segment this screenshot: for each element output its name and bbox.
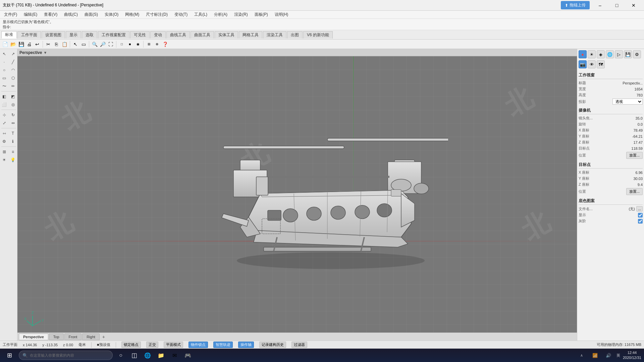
search-bar[interactable]: 🔍 xyxy=(19,351,113,360)
tab-render-tools[interactable]: 渲染工具 xyxy=(263,31,286,39)
arc-icon[interactable]: ◠ xyxy=(9,66,17,74)
menu-render[interactable]: 渲染(R) xyxy=(231,11,251,18)
move-icon[interactable]: ⊹ xyxy=(0,111,8,119)
panel-icon-material[interactable]: ◈ xyxy=(597,50,605,58)
panel-icon-render[interactable]: ▷ xyxy=(615,50,623,58)
toolbar-open[interactable]: 📂 xyxy=(9,41,17,48)
toolbar-save[interactable]: 💾 xyxy=(17,41,25,48)
tab-select[interactable]: 选取 xyxy=(82,31,97,39)
toolbar-window[interactable]: ▭ xyxy=(80,41,87,48)
toolbar-copy[interactable]: ⎘ xyxy=(53,41,60,48)
edge-icon[interactable]: 🌐 xyxy=(142,350,153,361)
mirror-icon[interactable]: ⇔ xyxy=(9,119,17,127)
point-icon[interactable]: · xyxy=(0,58,8,66)
panel-icon-view[interactable]: 👁 xyxy=(588,60,596,68)
toolbar-help[interactable]: ❓ xyxy=(161,41,169,48)
toolbar-select[interactable]: ↖ xyxy=(72,41,79,48)
select-icon[interactable]: ↖ xyxy=(0,50,8,58)
vp-tab-front[interactable]: Front xyxy=(64,334,82,340)
panel-icon-settings[interactable]: ⚙ xyxy=(633,50,641,58)
tab-visibility[interactable]: 可见性 xyxy=(130,31,150,39)
toggle-ortho[interactable]: 正交 xyxy=(146,342,158,348)
minimize-button[interactable]: – xyxy=(592,0,608,11)
curve-icon[interactable]: 〜 xyxy=(0,82,8,90)
toggle-planar[interactable]: 平面模式 xyxy=(164,342,183,348)
tab-viewport-config[interactable]: 工作视窗配置 xyxy=(98,31,129,39)
tray-up[interactable]: ∧ xyxy=(576,350,587,361)
analyze-icon[interactable]: ⚙ xyxy=(0,138,8,145)
btn-tgt-pos[interactable]: 放置... xyxy=(626,188,643,195)
menu-view[interactable]: 查看(V) xyxy=(41,11,60,18)
toolbar-zoom-in[interactable]: 🔍 xyxy=(91,41,98,48)
dim-icon[interactable]: ⇿ xyxy=(0,130,8,137)
toggle-gumball[interactable]: 操作轴 xyxy=(238,342,254,348)
btn-file[interactable]: ... xyxy=(636,206,643,212)
toggle-grid-snap[interactable]: 锁定格点 xyxy=(121,342,141,348)
toolbar-shaded[interactable]: ■ xyxy=(126,41,133,48)
vp-tab-add[interactable]: + xyxy=(100,334,107,340)
close-button[interactable]: ✕ xyxy=(626,0,641,11)
line-icon[interactable]: ╱ xyxy=(9,58,17,66)
viewport-dropdown-arrow[interactable]: ▼ xyxy=(43,51,47,55)
toolbar-print[interactable]: 🖨 xyxy=(25,41,33,48)
toggle-history[interactable]: 记录建构历史 xyxy=(259,342,286,348)
menu-help[interactable]: 说明(H) xyxy=(272,11,291,18)
toolbar-cut[interactable]: ✂ xyxy=(45,41,52,48)
task-view-icon[interactable]: ◫ xyxy=(129,350,140,361)
viewport[interactable]: 北 北 北 北 北 xyxy=(17,56,577,333)
upload-button[interactable]: ⬆ 拖锚上传 xyxy=(561,1,590,9)
toggle-osnap[interactable]: 物件锁点 xyxy=(189,342,208,348)
tab-mesh-tools[interactable]: 网格工具 xyxy=(239,31,262,39)
explorer-icon[interactable]: 📁 xyxy=(156,350,166,361)
tab-v6[interactable]: V6 的新功能 xyxy=(303,31,333,39)
mail-icon[interactable]: ✉ xyxy=(169,350,180,361)
start-button[interactable]: ⊞ xyxy=(3,350,16,361)
network-icon[interactable]: 📶 xyxy=(590,350,600,361)
menu-transform[interactable]: 变动(T) xyxy=(172,11,190,18)
toolbar-paste[interactable]: 📋 xyxy=(61,41,68,48)
toolbar-grid[interactable]: ⊞ xyxy=(145,41,153,48)
toolbar-snap[interactable]: ⊕ xyxy=(153,41,161,48)
menu-curve[interactable]: 曲线(C) xyxy=(61,11,80,18)
maximize-button[interactable]: □ xyxy=(609,0,625,11)
panel-icon-sun[interactable]: ☀ xyxy=(588,50,596,58)
toolbar-zoom-ext[interactable]: ⛶ xyxy=(107,41,114,48)
grid-toggle[interactable]: ⊞ xyxy=(0,148,8,156)
toolbar-undo[interactable]: ↩ xyxy=(34,41,41,48)
poly-icon[interactable]: ⬡ xyxy=(9,74,17,82)
menu-tools[interactable]: 工具(L) xyxy=(192,11,210,18)
scale-icon[interactable]: ⤢ xyxy=(0,119,8,127)
cortana-icon[interactable]: ○ xyxy=(115,350,126,361)
menu-mesh[interactable]: 网格(M) xyxy=(122,11,142,18)
menu-dim[interactable]: 尺寸标注(D) xyxy=(143,11,170,18)
tab-layout[interactable]: 出图 xyxy=(287,31,303,39)
volume-icon[interactable]: 🔊 xyxy=(603,350,614,361)
menu-surface[interactable]: 曲面(S) xyxy=(82,11,101,18)
proj-dropdown[interactable]: 透视 平行 xyxy=(612,99,643,105)
tab-solid-tools[interactable]: 实体工具 xyxy=(215,31,238,39)
menu-edit[interactable]: 编辑(E) xyxy=(21,11,40,18)
tab-curve-tools[interactable]: 曲线工具 xyxy=(166,31,190,39)
layer-icon[interactable]: ≡ xyxy=(9,148,17,156)
menu-file[interactable]: 文件(F) xyxy=(1,11,20,18)
extrude-icon[interactable]: ◩ xyxy=(9,93,17,100)
search-input[interactable] xyxy=(30,353,109,357)
tab-workplane[interactable]: 工作平面 xyxy=(17,31,41,39)
panel-icon-color[interactable]: ● xyxy=(579,50,587,58)
info-icon[interactable]: ℹ xyxy=(9,138,17,145)
tab-standard[interactable]: 标准 xyxy=(1,31,17,39)
render-icon[interactable]: ☀ xyxy=(0,156,8,164)
panel-icon-save[interactable]: 💾 xyxy=(624,50,632,58)
toolbar-new[interactable]: 📄 xyxy=(1,41,9,48)
tab-surface-tools[interactable]: 曲面工具 xyxy=(191,31,214,39)
light-icon[interactable]: 💡 xyxy=(9,156,17,164)
sphere-icon[interactable]: ◎ xyxy=(9,101,17,108)
tab-display[interactable]: 显示 xyxy=(66,31,81,39)
menu-solid[interactable]: 实体(O) xyxy=(102,11,121,18)
checkbox-gray[interactable] xyxy=(638,219,643,224)
select-all-icon[interactable]: ↗ xyxy=(9,50,17,58)
toggle-filter[interactable]: 过滤器 xyxy=(291,342,307,348)
vp-tab-perspective[interactable]: Perspective xyxy=(19,334,48,340)
vp-tab-right[interactable]: Right xyxy=(82,334,100,340)
box-icon[interactable]: ⬜ xyxy=(0,101,8,108)
